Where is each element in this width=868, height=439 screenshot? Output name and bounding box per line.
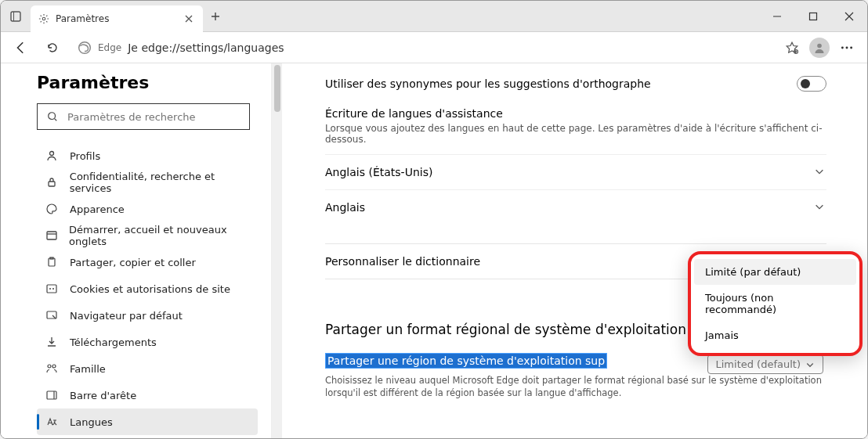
- svg-point-6: [817, 43, 822, 48]
- language-row-en[interactable]: Anglais: [325, 189, 826, 225]
- chevron-down-icon: [814, 201, 826, 214]
- sidebar-icon: [45, 388, 59, 402]
- sidebar-item-label: Langues: [70, 416, 113, 428]
- clipboard-icon: [45, 255, 59, 269]
- sidebar-item-start[interactable]: Démarrer, accueil et nouveaux onglets: [37, 222, 258, 249]
- synonym-label: Utiliser des synonymes pour les suggesti…: [325, 77, 651, 90]
- svg-rect-1: [13, 12, 14, 21]
- region-desc: Choisissez le niveau auquel Microsoft Ed…: [325, 374, 826, 399]
- search-box[interactable]: [37, 103, 250, 130]
- sidebar-item-downloads[interactable]: Téléchargements: [37, 329, 258, 355]
- language-label: Anglais: [325, 201, 365, 214]
- sidebar-item-share[interactable]: Partager, copier et coller: [37, 249, 258, 275]
- browser-icon: [45, 308, 59, 322]
- chevron-down-icon: [814, 166, 826, 178]
- refresh-button[interactable]: [40, 35, 65, 60]
- sidebar-item-languages[interactable]: Langues: [37, 408, 258, 435]
- search-icon: [47, 111, 58, 122]
- scrollbar-thumb[interactable]: [274, 65, 280, 112]
- svg-rect-13: [47, 232, 56, 239]
- svg-rect-12: [49, 182, 55, 186]
- lock-icon: [45, 175, 59, 189]
- toolbar-right: [779, 35, 859, 60]
- sidebar-scrollbar[interactable]: [271, 63, 282, 438]
- language-label: Anglais (États-Unis): [325, 166, 432, 178]
- svg-point-7: [841, 46, 844, 49]
- synonym-toggle[interactable]: [797, 76, 826, 92]
- download-icon: [45, 335, 59, 349]
- edge-icon: [78, 41, 92, 55]
- more-button[interactable]: [834, 35, 859, 60]
- sidebar-item-appearance[interactable]: Apparence: [37, 196, 258, 222]
- sidebar-item-privacy[interactable]: Confidentialité, recherche et services: [37, 169, 258, 196]
- close-icon[interactable]: [183, 13, 195, 25]
- sidebar-item-default-browser[interactable]: Navigateur par défaut: [37, 302, 258, 329]
- language-row-en-us[interactable]: Anglais (États-Unis): [325, 154, 826, 189]
- language-icon: [45, 415, 59, 429]
- sidebar-item-label: Téléchargements: [70, 336, 157, 348]
- page-title: Paramètres: [37, 73, 271, 92]
- search-input[interactable]: [67, 111, 240, 123]
- gear-icon: [38, 13, 49, 24]
- family-icon: [45, 362, 59, 376]
- minimize-button[interactable]: [759, 1, 795, 32]
- close-window-button[interactable]: [831, 1, 867, 32]
- back-button[interactable]: [9, 35, 34, 60]
- cookie-icon: [45, 282, 59, 296]
- sidebar-item-label: Famille: [70, 363, 106, 375]
- synonym-setting-row: Utiliser des synonymes pour les suggesti…: [325, 70, 826, 98]
- titlebar-left: Paramètres: [1, 1, 228, 31]
- svg-rect-22: [47, 391, 56, 399]
- sidebar-item-label: Barre d'arête: [70, 390, 136, 401]
- svg-point-18: [52, 288, 54, 290]
- window-controls: [759, 1, 867, 32]
- profile-avatar[interactable]: [809, 38, 830, 58]
- dropdown-value: Limited (default): [716, 358, 801, 370]
- home-icon: [45, 228, 58, 243]
- dropdown-option-never[interactable]: Jamais: [694, 322, 856, 348]
- new-tab-button[interactable]: [203, 4, 228, 29]
- sidebar-item-label: Apparence: [70, 203, 125, 215]
- sidebar-item-label: Cookies et autorisations de site: [70, 283, 230, 295]
- region-dropdown[interactable]: Limited (default): [707, 354, 824, 374]
- sidebar-item-edgebar[interactable]: Barre d'arête: [37, 382, 258, 408]
- browser-tab[interactable]: Paramètres: [31, 5, 203, 32]
- dropdown-option-always[interactable]: Toujours (non recommandé): [694, 285, 856, 322]
- region-highlight: Partager une région de système d'exploit…: [325, 353, 607, 369]
- tab-title: Paramètres: [56, 13, 176, 24]
- sidebar-item-family[interactable]: Famille: [37, 355, 258, 382]
- svg-point-21: [52, 365, 56, 368]
- svg-rect-3: [810, 13, 817, 20]
- titlebar: Paramètres: [1, 1, 867, 32]
- svg-point-8: [846, 46, 848, 49]
- address-bar[interactable]: Edge Je edge://settings/languages: [71, 35, 773, 60]
- svg-point-10: [49, 113, 56, 120]
- svg-rect-0: [11, 12, 20, 21]
- favorites-button[interactable]: [779, 35, 805, 60]
- sidebar-item-printers[interactable]: Imprimantes: [37, 435, 258, 439]
- toolbar: Edge Je edge://settings/languages: [1, 32, 867, 63]
- tab-actions-button[interactable]: [1, 1, 31, 32]
- link-label: Personnaliser le dictionnaire: [325, 255, 480, 268]
- chevron-down-icon: [805, 360, 815, 369]
- address-url: Je edge://settings/languages: [128, 41, 284, 54]
- sidebar-item-cookies[interactable]: Cookies et autorisations de site: [37, 275, 258, 302]
- sidebar-item-label: Démarrer, accueil et nouveaux onglets: [69, 224, 258, 247]
- sidebar: Paramètres Profils Confidentialité, rech…: [1, 63, 271, 438]
- sidebar-wrap: Paramètres Profils Confidentialité, rech…: [1, 63, 283, 438]
- sidebar-item-label: Confidentialité, recherche et services: [70, 171, 258, 194]
- sidebar-item-profiles[interactable]: Profils: [37, 142, 258, 169]
- svg-rect-16: [47, 285, 56, 293]
- svg-point-20: [48, 365, 51, 368]
- appearance-icon: [45, 202, 59, 216]
- assist-desc: Lorsque vous ajoutez des langues en haut…: [325, 123, 826, 145]
- region-dropdown-menu: Limité (par défaut) Toujours (non recomm…: [688, 251, 863, 356]
- maximize-button[interactable]: [795, 1, 831, 32]
- address-prefix: Edge: [98, 42, 121, 53]
- svg-point-9: [850, 46, 852, 49]
- dropdown-option-limited[interactable]: Limité (par défaut): [694, 259, 856, 285]
- svg-point-11: [50, 152, 54, 156]
- svg-point-2: [42, 17, 45, 20]
- assist-heading: Écriture de langues d'assistance: [325, 107, 826, 120]
- profile-icon: [45, 149, 59, 163]
